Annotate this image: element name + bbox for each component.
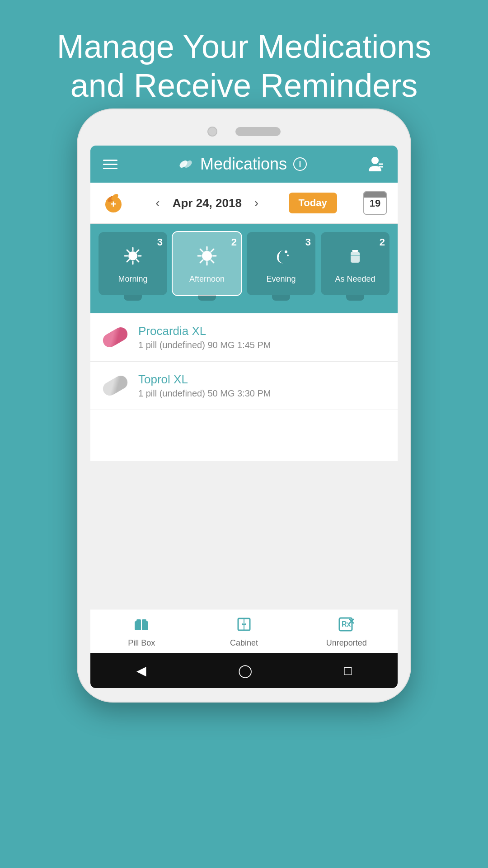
pill-tabs: 3 Morning 2 Afternoon 3 Evening 2 As Nee… <box>90 224 398 303</box>
svg-point-39 <box>244 623 246 625</box>
tab-icon-2 <box>271 245 291 271</box>
bottom-navigation: Pill Box Cabinet Rx Unreported <box>90 609 398 653</box>
medication-info: Toprol XL 1 pill (undefined) 50 MG 3:30 … <box>138 373 387 399</box>
tab-label: Afternoon <box>189 274 225 284</box>
phone-screen: Medications i + <box>90 146 398 688</box>
medication-detail: 1 pill (undefined) 90 MG 1:45 PM <box>138 340 387 350</box>
medication-item[interactable]: Procardia XL 1 pill (undefined) 90 MG 1:… <box>90 313 398 362</box>
nav-icon-pillbox <box>133 617 150 636</box>
hero-line1: Manage Your Medications <box>27 27 461 66</box>
info-button[interactable]: i <box>293 157 307 171</box>
date-navigator: ‹ Apr 24, 2018 › <box>152 192 262 214</box>
next-date-button[interactable]: › <box>251 192 262 214</box>
hero-line2: and Receive Reminders <box>27 66 461 105</box>
svg-point-27 <box>285 250 287 253</box>
svg-rect-29 <box>352 250 358 252</box>
medication-list: Procardia XL 1 pill (undefined) 90 MG 1:… <box>90 313 398 461</box>
svg-rect-34 <box>142 619 146 622</box>
svg-point-2 <box>371 157 379 164</box>
pill-tabs-container: 3 Morning 2 Afternoon 3 Evening 2 As Nee… <box>90 224 398 313</box>
svg-rect-33 <box>136 619 141 622</box>
android-navigation-bar: ◀ ◯ □ <box>90 653 398 688</box>
tab-handle <box>272 295 290 301</box>
pill-tab-as-needed[interactable]: 2 As Needed <box>321 232 389 295</box>
tab-icon-1 <box>197 245 217 271</box>
phone-body: Medications i + <box>77 108 411 703</box>
svg-line-15 <box>136 259 139 262</box>
calendar-button[interactable]: 19 <box>363 191 387 215</box>
phone-camera <box>207 127 217 137</box>
home-button[interactable]: ◯ <box>238 663 252 678</box>
tab-label: Morning <box>118 274 147 284</box>
nav-label: Cabinet <box>230 638 258 648</box>
empty-content-area <box>90 461 398 609</box>
nav-icon-unreported: Rx <box>338 617 355 636</box>
svg-text:Rx: Rx <box>342 620 351 628</box>
current-date: Apr 24, 2018 <box>173 196 242 210</box>
app-title: Medications <box>200 155 287 174</box>
tab-handle <box>198 295 216 301</box>
tab-icon-3 <box>345 245 366 271</box>
phone-mockup: Medications i + <box>77 108 411 703</box>
pill-image <box>101 372 129 400</box>
medication-name: Procardia XL <box>138 324 387 338</box>
hero-text: Manage Your Medications and Receive Remi… <box>0 27 488 105</box>
add-pill-icon: + <box>101 191 126 215</box>
nav-label: Unreported <box>326 638 367 648</box>
nav-item-unreported[interactable]: Rx Unreported <box>295 617 398 648</box>
svg-rect-30 <box>351 252 360 263</box>
nav-item-cabinet[interactable]: Cabinet <box>193 617 296 648</box>
nav-item-pill box[interactable]: Pill Box <box>90 617 193 648</box>
svg-line-25 <box>211 249 214 252</box>
medication-info: Procardia XL 1 pill (undefined) 90 MG 1:… <box>138 324 387 350</box>
pill-shape <box>100 373 130 398</box>
add-medication-button[interactable]: + <box>101 191 126 215</box>
header-center: Medications i <box>178 155 307 174</box>
svg-point-28 <box>287 255 289 256</box>
pill-tab-afternoon[interactable]: 2 Afternoon <box>173 232 241 295</box>
pill-shape <box>100 325 130 350</box>
tab-icon-0 <box>122 245 143 271</box>
pill-tab-evening[interactable]: 3 Evening <box>247 232 315 295</box>
svg-line-14 <box>127 250 129 252</box>
svg-point-38 <box>242 623 244 625</box>
tab-count: 3 <box>157 236 163 248</box>
svg-line-17 <box>127 259 129 262</box>
tab-handle <box>124 295 142 301</box>
menu-button[interactable] <box>103 160 117 169</box>
tab-label: Evening <box>266 274 296 284</box>
nav-label: Pill Box <box>128 638 155 648</box>
phone-speaker <box>235 127 281 136</box>
tab-count: 2 <box>231 236 237 248</box>
date-bar: + ‹ Apr 24, 2018 › Today 19 <box>90 183 398 224</box>
recents-button[interactable]: □ <box>344 664 352 678</box>
nav-icon-cabinet <box>236 617 252 636</box>
medication-detail: 1 pill (undefined) 50 MG 3:30 PM <box>138 388 387 399</box>
pill-image <box>101 323 129 351</box>
today-button[interactable]: Today <box>289 193 337 213</box>
tab-label: As Needed <box>335 274 375 284</box>
svg-line-16 <box>136 250 139 252</box>
prev-date-button[interactable]: ‹ <box>152 192 163 214</box>
app-header: Medications i <box>90 146 398 183</box>
svg-line-26 <box>200 260 203 263</box>
svg-line-24 <box>211 260 214 263</box>
svg-line-23 <box>200 249 203 252</box>
svg-point-18 <box>202 251 212 261</box>
tab-handle <box>346 295 364 301</box>
medication-item[interactable]: Toprol XL 1 pill (undefined) 50 MG 3:30 … <box>90 362 398 410</box>
pill-tab-morning[interactable]: 3 Morning <box>99 232 167 295</box>
contacts-icon[interactable] <box>367 155 385 173</box>
medication-name: Toprol XL <box>138 373 387 387</box>
back-button[interactable]: ◀ <box>136 663 146 678</box>
phone-top-bar <box>90 123 398 140</box>
pill-icon <box>178 156 194 172</box>
tab-count: 3 <box>305 236 311 248</box>
tab-count: 2 <box>380 236 385 248</box>
